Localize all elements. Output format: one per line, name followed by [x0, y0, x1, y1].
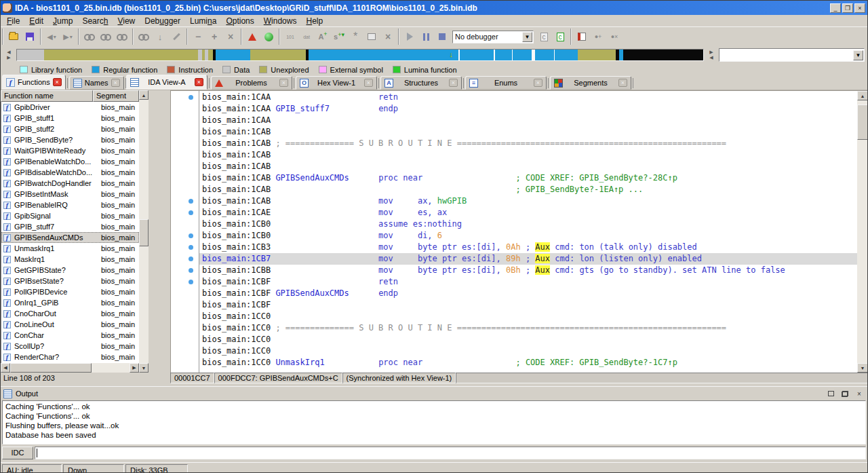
make-code-button[interactable] [283, 30, 298, 43]
search-memory-button[interactable] [82, 30, 97, 43]
menu-item-windows[interactable]: Windows [259, 16, 302, 26]
function-row[interactable]: fConCharbios_main [1, 330, 139, 341]
scroll-left-icon[interactable]: ◀ [1, 363, 10, 373]
disasm-line[interactable]: bios_main:1CC0 ; ============== S U B R … [199, 322, 857, 334]
column-segment[interactable]: Segment [93, 90, 139, 102]
band-scroll-right[interactable]: ▶◀ [707, 50, 715, 60]
function-list-vscrollbar[interactable]: ▲ ▼ [139, 90, 149, 373]
function-row[interactable]: fGPIBdisableWatchDo...bios_main [1, 167, 139, 178]
sign-function-button[interactable] [169, 30, 184, 43]
make-string-button[interactable] [315, 30, 330, 43]
tab-ida-view-a[interactable]: IDA View-A× [126, 75, 208, 90]
menu-item-search[interactable]: Search [77, 16, 113, 26]
debug-pause-button[interactable] [418, 30, 433, 43]
attach-process-button[interactable] [536, 30, 551, 43]
delete-item-button[interactable] [223, 30, 238, 43]
title-bar[interactable]: IDA - bios1101_0_25.bin.idb (bios1101_0_… [1, 1, 867, 15]
arrow-left-icon[interactable]: ◀ [5, 50, 13, 55]
function-row[interactable]: fGPIB_stuff1bios_main [1, 113, 139, 124]
function-row[interactable]: fMaskIrq1bios_main [1, 254, 139, 265]
remove-item-button[interactable] [380, 30, 395, 43]
disasm-line[interactable]: bios_main:1CBF [199, 299, 857, 311]
disasm-line[interactable]: bios_main:1CAE mov es, ax [199, 207, 857, 219]
chevron-down-icon[interactable]: ▼ [522, 32, 532, 42]
close-icon[interactable]: × [195, 78, 203, 86]
disassembly-hscrollbar[interactable] [456, 373, 868, 383]
close-icon[interactable]: × [279, 79, 288, 87]
disasm-line[interactable]: bios_main:1CAA GPIB_stuff7 endp [199, 103, 857, 115]
function-row[interactable]: fPollGPIBDevicebios_main [1, 286, 139, 297]
undefine-button[interactable] [191, 30, 205, 43]
navigation-band[interactable]: ↓ [16, 49, 704, 61]
disasm-line[interactable]: bios_main:1CC0 [199, 345, 857, 357]
apply-struct-button[interactable] [348, 30, 363, 43]
function-row[interactable]: fWaitGPIBWriteReadybios_main [1, 145, 139, 156]
disasm-line[interactable]: bios_main:1CC0 [199, 334, 857, 345]
vscroll-thumb[interactable] [139, 219, 149, 246]
function-row[interactable]: fCnoCharOutbios_main [1, 308, 139, 319]
disasm-line[interactable]: bios_main:1CB0 mov di, 6 [199, 230, 857, 242]
make-struct-button[interactable] [332, 30, 347, 43]
tab-functions[interactable]: Functions× [2, 75, 66, 90]
function-row[interactable]: fGPIBenableIRQbios_main [1, 200, 139, 210]
debug-stop-button[interactable] [435, 30, 450, 43]
column-function-name[interactable]: Function name [1, 90, 93, 102]
jump-down-button[interactable] [153, 30, 167, 43]
scroll-down-icon[interactable]: ▼ [139, 363, 149, 373]
maximize-panel-button[interactable] [825, 389, 836, 398]
function-list-hscrollbar[interactable]: ◀ ▶ [1, 363, 139, 373]
menu-item-edit[interactable]: Edit [24, 16, 48, 26]
tab-segments[interactable]: Segments× [550, 76, 631, 90]
debug-start-button[interactable] [402, 30, 417, 43]
close-icon[interactable]: × [449, 79, 458, 87]
disasm-line[interactable]: bios_main:1CAB mov ax, hwGPIB [199, 195, 857, 207]
disasm-line[interactable]: bios_main:1CC0 [199, 311, 857, 322]
debugger-select[interactable]: No debugger▼ [452, 31, 534, 43]
disasm-line[interactable]: bios_main:1CAB ; ============== S U B R … [199, 138, 857, 149]
add-breakpoint-button[interactable] [591, 30, 606, 43]
function-row[interactable]: fCnoLineOutbios_main [1, 319, 139, 330]
menu-item-view[interactable]: View [113, 16, 140, 26]
disasm-line[interactable]: bios_main:1CAB GPIBSendAuxCMDs proc near… [199, 172, 857, 184]
output-title-bar[interactable]: Output × [1, 387, 867, 400]
close-panel-button[interactable]: × [854, 389, 865, 398]
vscroll-track[interactable] [857, 100, 868, 363]
define-button[interactable] [207, 30, 222, 43]
tab-enums[interactable]: Enums× [465, 76, 547, 90]
arrow-right-icon[interactable]: ▶ [707, 50, 715, 55]
disasm-line[interactable]: bios_main:1CAB [199, 149, 857, 161]
close-icon[interactable]: × [364, 79, 373, 87]
disasm-line[interactable]: bios_main:1CB0 assume es:nothing [199, 219, 857, 230]
hscroll-track[interactable] [10, 363, 130, 373]
vscroll-track[interactable] [139, 100, 149, 363]
function-row[interactable]: fOnIrq1_GPiBbios_main [1, 297, 139, 308]
function-row[interactable]: fGPIB_stuff2bios_main [1, 124, 139, 134]
save-database-button[interactable] [22, 30, 37, 43]
vscroll-thumb[interactable] [857, 105, 868, 140]
function-row[interactable]: fGPIB_stuff7bios_main [1, 221, 139, 232]
make-data-button[interactable] [299, 30, 314, 43]
menu-item-options[interactable]: Options [221, 16, 258, 26]
address-combo[interactable]: ▼ [719, 48, 865, 62]
search-text-button[interactable] [98, 30, 113, 43]
tab-hex-view-1[interactable]: Hex View-1× [296, 76, 377, 90]
function-row[interactable]: fGPIBSendAuxCMDsbios_main [1, 232, 139, 243]
idc-button[interactable]: IDC [2, 447, 33, 459]
lumina-button[interactable] [261, 30, 276, 43]
run-until-return-button[interactable] [553, 30, 568, 43]
navigate-forward-button[interactable] [60, 30, 75, 43]
disasm-line[interactable]: bios_main:1CBF retn [199, 276, 857, 288]
chevron-down-icon[interactable]: ▼ [853, 50, 863, 60]
scroll-up-icon[interactable]: ▲ [857, 91, 868, 100]
scroll-down-icon[interactable]: ▼ [857, 363, 868, 373]
disasm-line[interactable]: bios_main:1CAB ; GPIB_SendByte?-1EA↑p ..… [199, 184, 857, 195]
function-row[interactable]: fScollUp?bios_main [1, 341, 139, 352]
tab-structures[interactable]: Structures× [380, 76, 462, 90]
search-next-button[interactable] [136, 30, 151, 43]
disasm-line[interactable]: bios_main:1CB7 mov byte ptr es:[di], 89h… [199, 253, 857, 265]
tab-problems[interactable]: Problems× [211, 76, 292, 90]
arrow-right-icon[interactable]: ▶ [5, 55, 13, 60]
band-scroll-left[interactable]: ◀▶ [5, 50, 13, 60]
menu-item-debugger[interactable]: Debugger [140, 16, 185, 26]
search-value-button[interactable] [115, 30, 130, 43]
